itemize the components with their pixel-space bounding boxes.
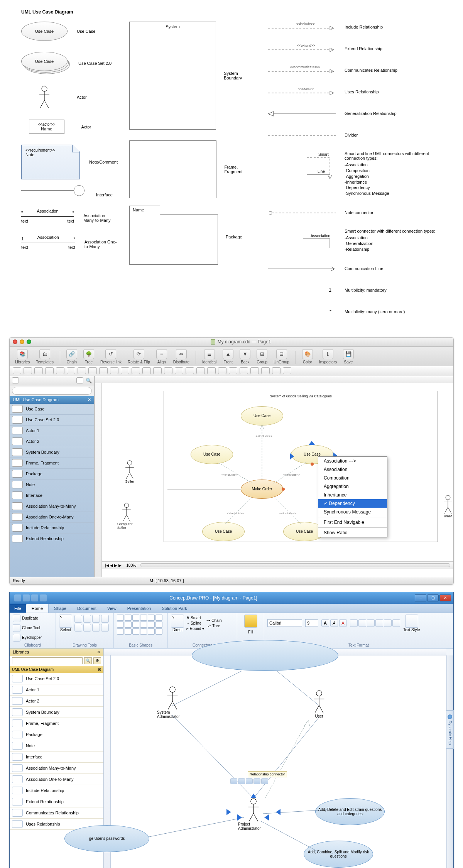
close-library-icon[interactable]: ✕ [88,397,91,403]
toolbar-rotate-flip[interactable]: ⟳Rotate & Flip [126,349,152,364]
ctx-item[interactable]: Composition [318,474,387,482]
usecase-node-center[interactable]: Make Order [241,480,283,499]
ctx-item[interactable]: Aggregation [318,482,387,491]
toolbar-group[interactable]: ⊞Group [255,349,269,364]
tool-icon[interactable] [101,615,109,623]
library-item[interactable]: Note [10,480,94,490]
subtool-icon[interactable] [218,367,226,374]
subtool-icon[interactable] [229,367,237,374]
usecase-node[interactable] [192,640,338,671]
shape-icon[interactable] [155,621,162,628]
shape-icon[interactable] [117,621,124,628]
search-icon[interactable]: 🔍 [84,657,92,664]
subtool-icon[interactable] [24,367,32,374]
shape-icon[interactable] [140,615,147,621]
subtool-icon[interactable] [67,367,75,374]
toolbar-libraries[interactable]: 📚Libraries [14,349,31,364]
eyedropper-button[interactable]: Eyedropper [13,634,42,642]
subtool-icon[interactable] [196,367,205,374]
shape-icon[interactable] [132,628,139,635]
actor-project-admin[interactable]: Project Administrator [238,798,269,831]
shape-icon[interactable] [148,615,155,621]
toolbar-inspectors[interactable]: ℹInspectors [318,349,338,364]
tab-shape[interactable]: Shape [49,604,72,613]
view-icon[interactable] [76,377,83,383]
select-button[interactable]: ↖Select [59,615,72,632]
subtool-icon[interactable] [164,367,172,374]
library-header[interactable]: UML Use Case Diagram✕ [10,396,94,404]
shape-icon[interactable] [117,628,124,635]
bold-icon[interactable]: A [321,619,329,627]
tool-icon[interactable] [83,624,91,632]
horizontal-scrollbar[interactable] [140,563,450,567]
subtool-icon[interactable] [45,367,54,374]
duplicate-button[interactable]: Duplicate [13,615,38,622]
action-icon[interactable] [230,778,237,784]
tool-icon[interactable] [101,624,109,632]
library-item[interactable]: Actor 1 [10,684,103,696]
align-icon[interactable] [384,619,392,627]
shape-icon[interactable] [148,628,155,635]
toolbar-align[interactable]: ≡Align [155,349,169,364]
action-icon[interactable] [253,778,260,784]
actor-sys-admin[interactable]: System Administrator [157,686,188,719]
usecase-node[interactable]: Add, Delete and Edit strain questions an… [315,798,385,825]
text-style-button[interactable]: Text Style [403,615,420,632]
actor-computer-seller[interactable]: Computer Seller [117,503,136,530]
usecase-node[interactable]: ge User's passwords [64,825,149,852]
font-size-select[interactable] [305,619,318,627]
toolbar-ungroup[interactable]: ⊟UnGroup [272,349,291,364]
tab-document[interactable]: Document [72,604,102,613]
qat-icon[interactable] [23,594,30,601]
search-icon[interactable]: 🔍 [86,378,92,383]
ctx-item[interactable]: Inheritance [318,491,387,499]
subtool-icon[interactable] [99,367,108,374]
toolbar-color[interactable]: 🎨Color [301,349,314,364]
zoom-icon[interactable] [27,339,31,344]
library-item[interactable]: Include Relationship [10,523,94,534]
win-titlebar[interactable]: ConceptDraw PRO - [My diagram - Page1] –… [10,592,453,604]
tool-icon[interactable] [74,624,82,632]
shape-icon[interactable] [155,615,162,621]
system-boundary[interactable]: System of Goods Selling via Catalogues [164,391,438,542]
align-icon[interactable] [367,619,375,627]
qat-icon[interactable] [40,594,47,601]
chain-button[interactable]: ⊶ Chain [206,618,221,623]
toolbar-templates[interactable]: 🗂Templates [34,349,55,364]
subtool-icon[interactable] [261,367,270,374]
tool-icon[interactable] [74,615,82,623]
clone-tool-button[interactable]: Clone Tool [13,624,40,632]
align-icon[interactable] [392,619,400,627]
ctx-item[interactable]: Association [318,465,387,474]
qat-icon[interactable] [14,594,21,601]
page-nav[interactable]: |◀ ◀ ▶ ▶| [105,563,123,567]
shape-icon[interactable] [148,621,155,628]
ctx-item[interactable]: Synchronous Message [318,508,387,516]
subtool-icon[interactable] [34,367,43,374]
shape-icon[interactable] [132,621,139,628]
shape-icon[interactable] [125,628,132,635]
library-item[interactable]: System Boundary [10,707,103,718]
minimize-icon[interactable]: – [415,594,426,601]
actor-customer[interactable]: omer [439,495,453,518]
settings-icon[interactable]: ⚙ [93,657,101,664]
vertical-scrollbar[interactable] [446,655,453,868]
file-tab[interactable]: File [10,604,26,613]
font-color-icon[interactable]: A [339,619,347,627]
tab-presentation[interactable]: Presentation [122,604,157,613]
toolbar-reverse-link[interactable]: ↺Reverse link [99,349,123,364]
align-icon[interactable] [358,619,366,627]
library-item[interactable]: Association One-to-Many [10,512,94,523]
toolbar-tree[interactable]: 🌳Tree [82,349,96,364]
usecase-node[interactable]: Use Case [191,445,233,464]
library-item[interactable]: Actor 2 [10,696,103,707]
win-canvas[interactable]: ge User's passwords Add, Delete and Edit… [104,648,453,868]
shape-icon[interactable] [155,628,162,635]
smart-connector-button[interactable]: ↯ Smart [186,616,204,620]
align-icon[interactable] [375,619,383,627]
library-item[interactable]: Actor 1 [10,426,94,436]
actor-seller[interactable]: Seller [120,460,139,483]
library-item[interactable]: Use Case Set 2.0 [10,673,103,684]
library-item[interactable]: Use Case [10,404,94,415]
align-icon[interactable] [350,619,358,627]
